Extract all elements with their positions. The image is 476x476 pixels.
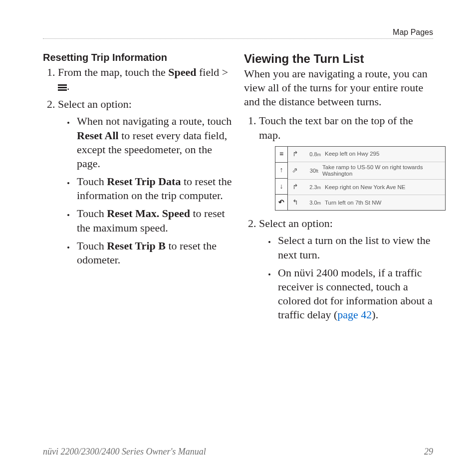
page-footer: nüvi 2200/2300/2400 Series Owner's Manua… [43, 447, 433, 457]
page-link[interactable]: page 42 [337, 308, 372, 321]
turn-text: Take ramp to US-50 W on right towards Wa… [322, 164, 442, 177]
left-option-4: Touch Reset Trip B to reset the odometer… [75, 239, 232, 267]
page-header: Map Pages [43, 28, 433, 39]
left-option-3: Touch Reset Max. Speed to reset the maxi… [75, 207, 232, 235]
turn-icon: ⇗ [291, 166, 299, 175]
menu-button[interactable]: ≡ [275, 147, 287, 163]
right-step-1: Touch the text bar on the top of the map… [259, 114, 433, 211]
menu-icon [58, 84, 67, 90]
turn-row[interactable]: ⇗ 30ft Take ramp to US-50 W on right tow… [288, 162, 445, 180]
right-options: Select a turn on the list to view the ne… [259, 234, 433, 322]
turn-icon: ↰ [291, 198, 300, 207]
content-columns: Resetting Trip Information From the map,… [43, 52, 433, 326]
turn-row[interactable]: ↱ 2.3m Keep right on New York Ave NE [288, 180, 445, 195]
footer-title: nüvi 2200/2300/2400 Series Owner's Manua… [43, 447, 206, 457]
left-steps: From the map, touch the Speed field > . … [43, 65, 232, 267]
left-heading: Resetting Trip Information [43, 52, 232, 63]
back-button[interactable]: ↶ [275, 195, 287, 210]
left-column: Resetting Trip Information From the map,… [43, 52, 232, 326]
turn-text: Keep left on Hwy 295 [325, 151, 379, 157]
left-step-2: Select an option: When not navigating a … [58, 97, 232, 267]
turn-icon: ↱ [291, 150, 300, 159]
turn-distance: 30ft [303, 167, 318, 175]
turn-distance: 0.8m [304, 151, 321, 158]
scroll-down-button[interactable]: ↓ [275, 179, 287, 195]
scroll-up-button[interactable]: ↑ [275, 163, 287, 179]
right-steps: Touch the text bar on the top of the map… [244, 114, 433, 322]
left-option-1: When not navigating a route, touch Reset… [75, 114, 232, 171]
right-option-2: On nüvi 2400 models, if a traffic receiv… [276, 266, 433, 322]
turn-icon: ↱ [291, 183, 300, 192]
right-step-2: Select an option: Select a turn on the l… [259, 217, 433, 322]
right-heading: Viewing the Turn List [244, 52, 433, 66]
right-option-1: Select a turn on the list to view the ne… [276, 234, 433, 261]
turn-text: Keep right on New York Ave NE [325, 184, 406, 191]
turn-distance: 2.3m [304, 184, 321, 191]
right-intro: When you are navigating a route, you can… [244, 67, 433, 109]
right-column: Viewing the Turn List When you are navig… [244, 52, 433, 326]
turn-row[interactable]: ↰ 3.0m Turn left on 7th St NW [288, 195, 445, 210]
turn-list-sidebar: ≡ ↑ ↓ ↶ [275, 147, 288, 210]
left-options: When not navigating a route, touch Reset… [58, 114, 232, 267]
turn-distance: 3.0m [304, 199, 321, 207]
left-option-2: Touch Reset Trip Data to reset the infor… [75, 175, 232, 203]
turn-list-rows: ↱ 0.8m Keep left on Hwy 295 ⇗ 30ft Take … [288, 147, 445, 210]
page-number: 29 [424, 447, 433, 457]
turn-text: Turn left on 7th St NW [325, 200, 381, 206]
turn-list-figure: ≡ ↑ ↓ ↶ ↱ 0.8m Keep left on Hwy 295 [275, 146, 446, 211]
turn-row[interactable]: ↱ 0.8m Keep left on Hwy 295 [288, 147, 445, 162]
left-step-1: From the map, touch the Speed field > . [58, 65, 232, 93]
manual-page: Map Pages Resetting Trip Information Fro… [0, 0, 476, 476]
section-name: Map Pages [393, 28, 433, 36]
